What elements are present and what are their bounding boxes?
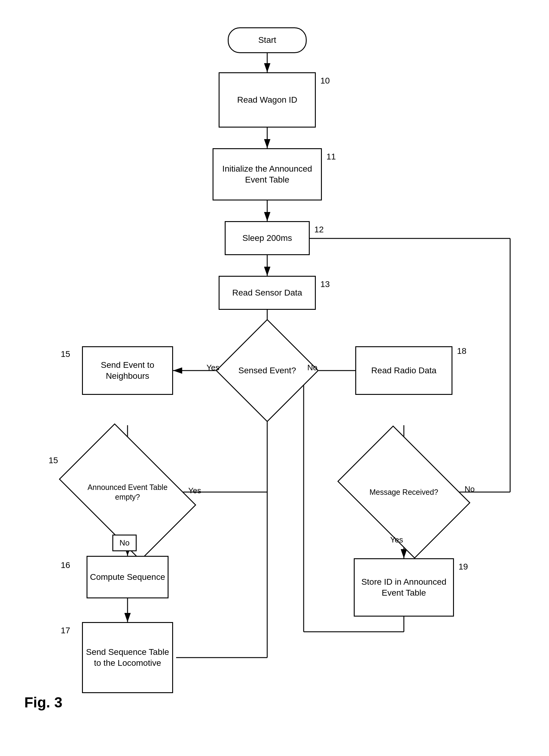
sensed-event-label: Sensed Event? — [238, 365, 296, 376]
ref-11: 11 — [326, 152, 336, 162]
read-radio-label: Read Radio Data — [371, 365, 437, 376]
no-sensed-label: No — [307, 363, 317, 372]
store-id-label: Store ID in Announced Event Table — [355, 576, 453, 599]
initialize-label: Initialize the Announced Event Table — [213, 163, 321, 186]
send-sequence-label: Send Sequence Table to the Locomotive — [83, 647, 172, 669]
ref-13: 13 — [320, 279, 330, 289]
read-sensor-box: Read Sensor Data — [219, 276, 316, 310]
flowchart-diagram: Start Read Wagon ID 10 Initialize the An… — [0, 0, 549, 729]
ref-16: 16 — [61, 560, 70, 570]
initialize-box: Initialize the Announced Event Table — [213, 148, 322, 200]
send-event-label: Send Event to Neighbours — [83, 360, 172, 382]
start-node: Start — [228, 27, 307, 53]
compute-sequence-box: Compute Sequence — [87, 556, 169, 598]
ref-18: 18 — [457, 346, 466, 356]
sensed-event-diamond: Sensed Event? — [231, 334, 304, 407]
yes-announced-label: Yes — [188, 486, 201, 495]
ref-17: 17 — [61, 626, 70, 635]
ref-15: 15 — [49, 456, 58, 465]
start-label: Start — [258, 35, 276, 46]
read-sensor-label: Read Sensor Data — [232, 287, 302, 298]
send-event-box: Send Event to Neighbours — [82, 346, 173, 395]
no-message-label: No — [465, 484, 475, 494]
message-received-diamond: Message Received? — [349, 453, 459, 532]
announced-event-diamond: Announced Event Table empty? — [70, 453, 185, 532]
fig-label: Fig. 3 — [24, 694, 62, 711]
read-wagon-id-box: Read Wagon ID — [219, 72, 316, 128]
ref-14: 15 — [61, 349, 70, 359]
ref-12: 12 — [314, 225, 324, 234]
ref-19: 19 — [459, 562, 468, 572]
sleep-label: Sleep 200ms — [242, 233, 292, 244]
message-received-label: Message Received? — [360, 487, 448, 497]
yes-sensed-label: Yes — [206, 363, 219, 372]
read-radio-box: Read Radio Data — [355, 346, 452, 395]
sleep-box: Sleep 200ms — [225, 221, 310, 255]
yes-message-label: Yes — [390, 535, 403, 545]
ref-10: 10 — [320, 76, 330, 86]
no-box-label: No — [119, 538, 129, 548]
store-id-box: Store ID in Announced Event Table — [354, 558, 454, 617]
no-box: No — [112, 535, 137, 551]
read-wagon-label: Read Wagon ID — [237, 94, 297, 105]
announced-event-label: Announced Event Table empty? — [81, 482, 174, 502]
send-sequence-box: Send Sequence Table to the Locomotive — [82, 622, 173, 693]
compute-sequence-label: Compute Sequence — [90, 572, 165, 583]
